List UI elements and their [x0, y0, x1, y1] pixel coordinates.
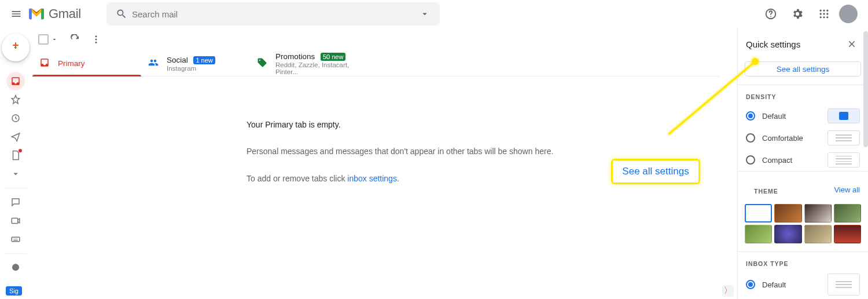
empty-state-line1: Personal messages and messages that don'… — [247, 145, 720, 158]
account-avatar[interactable] — [839, 5, 858, 23]
svg-point-15 — [95, 35, 97, 37]
theme-view-all-link[interactable]: View all — [834, 185, 860, 194]
svg-rect-13 — [12, 237, 20, 242]
tab-promotions-badge: 50 new — [321, 53, 345, 61]
inbox-type-heading: Inbox type — [738, 252, 868, 272]
theme-tile-7[interactable] — [804, 225, 832, 243]
svg-point-2 — [820, 10, 822, 12]
density-compact-label: Compact — [762, 156, 792, 165]
theme-tile-1[interactable] — [745, 204, 772, 223]
quick-settings-title: Quick settings — [746, 39, 800, 49]
radio-icon — [746, 111, 755, 121]
svg-point-1 — [770, 16, 771, 17]
gmail-m-icon — [28, 8, 45, 20]
empty-state-line2: To add or remove tabs click inbox settin… — [247, 172, 720, 185]
tab-primary[interactable]: Primary — [32, 51, 141, 76]
tab-social[interactable]: Social 1 new Instagram — [141, 51, 250, 76]
svg-point-16 — [95, 39, 97, 41]
density-option-compact[interactable]: Compact — [738, 149, 868, 171]
density-option-comfortable[interactable]: Comfortable — [738, 127, 868, 149]
sign-in-chip[interactable]: Sig — [6, 286, 22, 296]
sidebar-meet[interactable] — [6, 212, 25, 230]
radio-icon — [746, 133, 755, 143]
drafts-unread-dot-icon — [19, 149, 22, 152]
svg-point-7 — [826, 13, 828, 14]
search-options-icon[interactable] — [414, 3, 435, 24]
panel-scrollbar[interactable] — [861, 28, 868, 299]
sidebar-more[interactable] — [6, 165, 25, 183]
inbox-type-section: Inbox type Default Customize Important f… — [738, 251, 868, 299]
sidebar-separator-2 — [4, 253, 27, 254]
tab-primary-label: Primary — [58, 59, 85, 68]
svg-point-3 — [823, 10, 825, 12]
theme-tile-3[interactable] — [804, 204, 832, 223]
sidebar-sent[interactable] — [6, 127, 25, 146]
sidebar-drafts[interactable] — [6, 146, 25, 165]
header-right-actions — [759, 2, 863, 25]
gmail-logo[interactable]: Gmail — [28, 6, 98, 21]
density-comfortable-thumb — [827, 130, 860, 145]
apps-grid-icon[interactable] — [812, 2, 836, 25]
quick-settings-panel: Quick settings See all settings Density … — [737, 28, 868, 299]
settings-gear-icon[interactable] — [786, 2, 809, 25]
theme-tile-2[interactable] — [774, 204, 801, 223]
sidebar-chat[interactable] — [6, 193, 25, 212]
density-default-label: Default — [762, 112, 786, 121]
sidebar-hangouts[interactable] — [6, 258, 25, 277]
close-panel-icon[interactable] — [844, 36, 860, 52]
theme-heading: Theme — [746, 180, 786, 199]
inbox-type-default[interactable]: Default — [738, 272, 868, 297]
svg-point-14 — [12, 264, 19, 271]
tab-promotions[interactable]: Promotions 50 new Reddit, Zazzle, Instac… — [250, 51, 359, 76]
select-dropdown-icon[interactable] — [50, 35, 59, 44]
main-content: Your Primary tab is empty. Personal mess… — [32, 76, 720, 299]
empty-line2-pre: To add or remove tabs click — [247, 174, 347, 183]
density-comfortable-label: Comfortable — [762, 134, 803, 143]
theme-tile-6[interactable] — [774, 225, 801, 243]
theme-section: Theme View all — [738, 171, 868, 251]
theme-tile-4[interactable] — [834, 204, 861, 223]
sidebar-starred[interactable] — [6, 90, 25, 109]
density-option-default[interactable]: Default — [738, 105, 868, 127]
svg-point-8 — [820, 16, 822, 18]
svg-point-10 — [826, 16, 828, 18]
tag-icon — [257, 57, 267, 70]
see-all-settings-button[interactable]: See all settings — [745, 61, 861, 76]
density-section: Density Default Comfortable Compact — [738, 85, 868, 171]
select-all-checkbox[interactable] — [38, 34, 49, 45]
density-heading: Density — [738, 85, 868, 105]
sidebar-snoozed[interactable] — [6, 109, 25, 127]
more-actions-button[interactable] — [86, 29, 106, 50]
svg-point-17 — [95, 42, 97, 43]
svg-point-9 — [823, 16, 825, 18]
radio-icon — [746, 280, 755, 289]
svg-point-5 — [820, 13, 822, 14]
sidebar-separator — [4, 188, 27, 188]
tab-promotions-sub: Reddit, Zazzle, Instacart, Pinter... — [275, 61, 352, 75]
menu-icon[interactable] — [5, 2, 28, 25]
compose-button[interactable] — [2, 34, 30, 61]
inbox-icon — [39, 57, 50, 70]
category-tabs: Primary Social 1 new Instagram Promotion… — [32, 51, 720, 76]
search-input[interactable] — [132, 9, 414, 19]
left-rail: Sig — [0, 28, 31, 299]
feedback-icon[interactable]: 〉 — [722, 285, 734, 297]
svg-rect-12 — [12, 218, 18, 224]
search-icon[interactable] — [111, 3, 132, 24]
sidebar-keyboard[interactable] — [6, 230, 25, 249]
support-icon[interactable] — [759, 2, 782, 25]
tab-promotions-label: Promotions — [275, 52, 315, 61]
refresh-button[interactable] — [65, 29, 86, 50]
theme-tile-5[interactable] — [745, 225, 772, 243]
search-bar[interactable] — [106, 2, 440, 25]
mail-toolbar — [32, 28, 720, 51]
callout-origin-dot — [752, 58, 759, 65]
feedback-rail: 〉 — [720, 28, 736, 299]
svg-point-4 — [826, 10, 828, 12]
theme-tile-8[interactable] — [834, 225, 861, 243]
density-compact-thumb — [827, 152, 860, 167]
inbox-settings-link[interactable]: inbox settings — [347, 174, 397, 183]
gmail-logo-text: Gmail — [49, 6, 81, 21]
inbox-type-default-thumb — [827, 274, 860, 296]
sidebar-inbox[interactable] — [6, 72, 25, 90]
